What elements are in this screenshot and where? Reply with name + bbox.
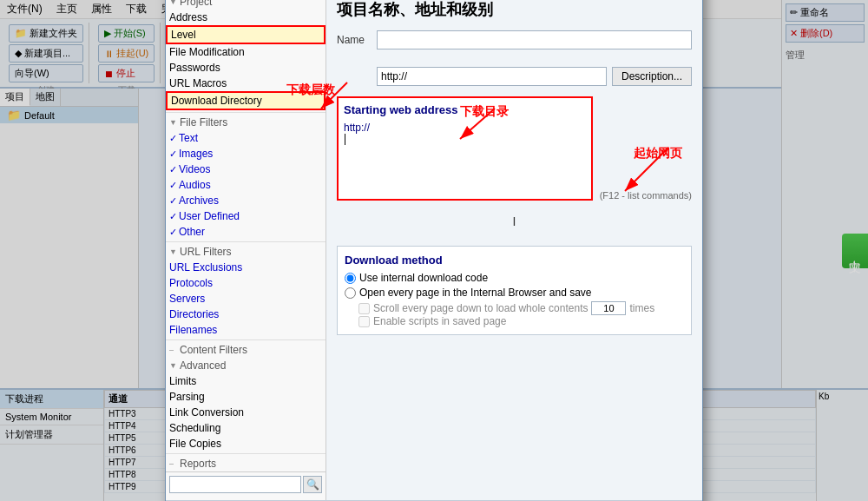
cursor-symbol: I xyxy=(337,214,692,228)
starting-web-address-box: Starting web address http:// xyxy=(337,96,593,201)
name-label: Name xyxy=(337,34,372,46)
radio-internal-label: Use internal download code xyxy=(359,272,488,284)
tree-filenames[interactable]: Filenames xyxy=(166,322,326,338)
scroll-checkbox[interactable] xyxy=(358,303,370,314)
dialog-body: ▼ Project Address Level File Modificatio… xyxy=(166,0,702,500)
radio-internal[interactable] xyxy=(345,273,356,284)
tree-directories[interactable]: Directories xyxy=(166,307,326,322)
dialog-tree: ▼ Project Address Level File Modificatio… xyxy=(166,0,326,500)
name-value-row: Description... xyxy=(337,67,692,86)
scripts-checkbox[interactable] xyxy=(358,316,370,327)
content-header: 项目名称、地址和级别 xyxy=(337,0,692,23)
project-properties-dialog: ◆ 项目属性 ✕ ▼ Project Address xyxy=(165,0,703,501)
scripts-label: Enable scripts in saved page xyxy=(373,315,506,327)
tree-file-mod[interactable]: File Modification xyxy=(166,44,326,60)
tree-images[interactable]: Images xyxy=(166,146,326,162)
name-field-row: Name xyxy=(337,30,692,49)
sep1 xyxy=(166,112,326,113)
radio-internal-row: Use internal download code xyxy=(345,272,684,284)
expand-icon: ▼ xyxy=(169,0,178,6)
tree-archives[interactable]: Archives xyxy=(166,193,326,208)
tree-url-macros[interactable]: URL Macros xyxy=(166,76,326,91)
web-addr-title: Starting web address xyxy=(344,103,586,116)
sep4 xyxy=(166,453,326,454)
download-method-section: Download method Use internal download co… xyxy=(337,246,692,335)
tree-other[interactable]: Other xyxy=(166,224,326,240)
name-input[interactable] xyxy=(377,30,692,49)
content-title: 项目名称、地址和级别 xyxy=(337,0,692,20)
cursor xyxy=(345,134,586,145)
tree-download-dir[interactable]: Download Directory xyxy=(166,91,326,110)
tree-content-filters[interactable]: – Content Filters xyxy=(166,342,326,358)
tree-videos[interactable]: Videos xyxy=(166,162,326,177)
tree-limits[interactable]: Limits xyxy=(166,373,326,389)
spacer xyxy=(337,56,692,60)
tree-passwords[interactable]: Passwords xyxy=(166,60,326,76)
tree-url-exclusions[interactable]: URL Exclusions xyxy=(166,260,326,275)
radio-browser-row: Open every page in the Internal Browser … xyxy=(345,287,684,299)
tree-level[interactable]: Level xyxy=(166,25,326,44)
expand-icon4: ▼ xyxy=(169,361,178,370)
download-method-title: Download method xyxy=(345,254,684,267)
tree-advanced[interactable]: ▼ Advanced xyxy=(166,358,326,373)
tree-project[interactable]: ▼ Project xyxy=(166,0,326,10)
dialog-right-content: 项目名称、地址和级别 Name Description... xyxy=(326,0,702,500)
tree-scheduling[interactable]: Scheduling xyxy=(166,420,326,436)
sep2 xyxy=(166,241,326,242)
f12-hint: (F12 - list commands) xyxy=(600,190,692,201)
tree-search: 🔍 xyxy=(166,471,326,497)
times-label: times xyxy=(629,302,654,314)
scroll-label: Scroll every page down to load whole con… xyxy=(373,302,588,314)
tree-parsing[interactable]: Parsing xyxy=(166,389,326,405)
tree-search-input[interactable] xyxy=(169,476,301,493)
expand-icon3: ▼ xyxy=(169,247,178,256)
tree-search-button[interactable]: 🔍 xyxy=(303,476,322,493)
dash-icon2: – xyxy=(169,459,178,468)
tree-file-copies[interactable]: File Copies xyxy=(166,436,326,452)
radio-browser[interactable] xyxy=(345,287,356,299)
tree-address[interactable]: Address xyxy=(166,10,326,25)
times-input[interactable] xyxy=(591,301,626,315)
app-background: 文件(N) 主页 属性 下载 另 📁 新建文件夹 ◆ 新建项目... 向导(W)… xyxy=(0,0,868,501)
tree-link-conversion[interactable]: Link Conversion xyxy=(166,405,326,420)
tree-text[interactable]: Text xyxy=(166,130,326,146)
tree-reports[interactable]: – Reports xyxy=(166,456,326,471)
tree-user-defined[interactable]: User Defined xyxy=(166,208,326,224)
dash-icon: – xyxy=(169,346,178,354)
name-value-input[interactable] xyxy=(377,67,607,86)
scroll-checkbox-row: Scroll every page down to load whole con… xyxy=(358,301,684,315)
tree-protocols[interactable]: Protocols xyxy=(166,275,326,291)
dialog-overlay: ◆ 项目属性 ✕ ▼ Project Address xyxy=(0,0,868,501)
tree-audios[interactable]: Audios xyxy=(166,177,326,193)
radio-browser-label: Open every page in the Internal Browser … xyxy=(359,287,592,299)
sep3 xyxy=(166,339,326,340)
scripts-checkbox-row: Enable scripts in saved page xyxy=(358,315,684,327)
tree-servers[interactable]: Servers xyxy=(166,291,326,307)
tree-url-filters[interactable]: ▼ URL Filters xyxy=(166,244,326,260)
description-button[interactable]: Description... xyxy=(612,67,692,86)
expand-icon2: ▼ xyxy=(169,118,178,127)
web-addr-section: Starting web address http:// (F12 - list… xyxy=(337,96,692,201)
tree-file-filters[interactable]: ▼ File Filters xyxy=(166,115,326,130)
web-addr-input: http:// xyxy=(344,122,586,134)
